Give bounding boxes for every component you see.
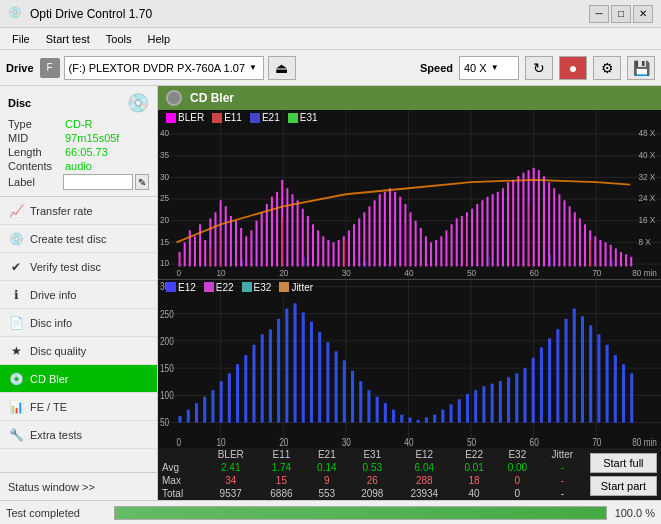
disc-mid-label: MID — [8, 132, 63, 144]
svg-text:20: 20 — [279, 267, 288, 278]
sidebar-item-disc-quality[interactable]: ★ Disc quality — [0, 337, 157, 365]
svg-rect-211 — [499, 381, 502, 422]
disc-panel: Disc 💿 Type CD-R MID 97m15s05f Length 66… — [0, 86, 157, 197]
svg-text:50: 50 — [467, 437, 476, 448]
drive-info-icon: ℹ — [8, 287, 24, 303]
start-part-button[interactable]: Start part — [590, 476, 657, 496]
maximize-button[interactable]: □ — [611, 5, 631, 23]
svg-rect-42 — [204, 240, 206, 266]
svg-rect-177 — [220, 381, 223, 422]
minimize-button[interactable]: ─ — [589, 5, 609, 23]
speed-label: Speed — [420, 62, 453, 74]
svg-rect-213 — [515, 373, 518, 422]
svg-rect-134 — [590, 240, 591, 266]
table-cell-2-1: 6886 — [258, 487, 306, 500]
svg-text:0: 0 — [176, 267, 181, 278]
start-full-button[interactable]: Start full — [590, 453, 657, 473]
action-buttons: Start full Start part — [586, 448, 661, 500]
svg-rect-70 — [348, 230, 350, 266]
svg-rect-94 — [471, 209, 473, 267]
svg-rect-205 — [450, 404, 453, 422]
menu-start-test[interactable]: Start test — [38, 31, 98, 47]
sidebar: Disc 💿 Type CD-R MID 97m15s05f Length 66… — [0, 86, 158, 500]
svg-rect-111 — [558, 194, 560, 266]
legend-e31-color — [288, 113, 298, 123]
disc-label-btn[interactable]: ✎ — [135, 174, 149, 190]
table-cell-1-7: - — [539, 474, 586, 487]
svg-rect-101 — [507, 182, 509, 266]
svg-rect-179 — [236, 364, 239, 422]
svg-rect-182 — [261, 334, 264, 422]
close-button[interactable]: ✕ — [633, 5, 653, 23]
drive-dropdown[interactable]: (F:) PLEXTOR DVDR PX-760A 1.07 ▼ — [64, 56, 264, 80]
svg-rect-140 — [489, 257, 490, 267]
save-button[interactable]: 💾 — [627, 56, 655, 80]
svg-text:48 X: 48 X — [638, 128, 655, 139]
sidebar-item-transfer-rate[interactable]: 📈 Transfer rate — [0, 197, 157, 225]
sidebar-item-fe-te[interactable]: 📊 FE / TE — [0, 393, 157, 421]
svg-rect-172 — [179, 416, 182, 422]
svg-rect-83 — [415, 221, 417, 267]
data-section: BLER E11 E21 E31 E12 E22 E32 Jitter Avg2… — [158, 448, 586, 500]
sidebar-item-disc-info[interactable]: 📄 Disc info — [0, 309, 157, 337]
svg-rect-64 — [317, 230, 319, 266]
col-header-bler: BLER — [204, 448, 258, 461]
sidebar-item-extra-tests[interactable]: 🔧 Extra tests — [0, 421, 157, 449]
table-cell-0-6: 0.00 — [496, 461, 539, 474]
svg-rect-200 — [408, 417, 411, 422]
legend-e22: E22 — [204, 282, 234, 293]
settings-button[interactable]: ⚙ — [593, 56, 621, 80]
svg-text:35: 35 — [160, 150, 169, 161]
legend-e11-color — [212, 113, 222, 123]
svg-rect-207 — [466, 394, 469, 423]
menu-tools[interactable]: Tools — [98, 31, 140, 47]
svg-rect-132 — [467, 216, 468, 267]
svg-rect-131 — [405, 224, 406, 266]
svg-rect-186 — [294, 303, 297, 422]
sidebar-item-verify-test-disc[interactable]: ✔ Verify test disc — [0, 253, 157, 281]
svg-text:40: 40 — [404, 267, 413, 278]
svg-rect-133 — [529, 204, 530, 267]
sidebar-item-create-test-disc[interactable]: 💿 Create test disc — [0, 225, 157, 253]
svg-rect-84 — [420, 228, 422, 267]
speed-dropdown[interactable]: 40 X ▼ — [459, 56, 519, 80]
table-row-label-1: Max — [158, 474, 204, 487]
sidebar-item-cd-bler[interactable]: 💿 CD Bler — [0, 365, 157, 393]
create-test-disc-icon: 💿 — [8, 231, 24, 247]
menu-file[interactable]: File — [4, 31, 38, 47]
svg-rect-136 — [242, 260, 243, 266]
svg-rect-195 — [367, 390, 370, 422]
disc-label-input[interactable] — [63, 174, 133, 190]
disc-button[interactable]: ● — [559, 56, 587, 80]
col-header-jitter: Jitter — [539, 448, 586, 461]
svg-text:8 X: 8 X — [638, 236, 650, 247]
svg-rect-88 — [440, 236, 442, 266]
svg-rect-103 — [517, 176, 519, 266]
eject-button[interactable]: ⏏ — [268, 56, 296, 80]
menu-help[interactable]: Help — [139, 31, 178, 47]
disc-length-label: Length — [8, 146, 63, 158]
svg-rect-129 — [282, 218, 283, 266]
table-cell-2-7: - — [539, 487, 586, 500]
svg-text:16 X: 16 X — [638, 215, 655, 226]
drive-type-icon: F — [40, 58, 60, 78]
disc-type-value: CD-R — [65, 118, 93, 130]
svg-rect-119 — [599, 240, 601, 266]
svg-text:0: 0 — [176, 437, 181, 448]
svg-rect-89 — [445, 230, 447, 266]
status-window-button[interactable]: Status window >> — [0, 472, 157, 500]
svg-rect-58 — [286, 188, 288, 266]
svg-rect-127 — [210, 248, 211, 266]
refresh-button[interactable]: ↻ — [525, 56, 553, 80]
svg-rect-209 — [482, 386, 485, 422]
svg-rect-204 — [441, 409, 444, 422]
svg-rect-66 — [327, 240, 329, 266]
svg-text:60: 60 — [530, 267, 539, 278]
svg-rect-62 — [307, 216, 309, 267]
svg-rect-107 — [538, 170, 540, 266]
svg-rect-92 — [461, 216, 463, 267]
sidebar-item-drive-info[interactable]: ℹ Drive info — [0, 281, 157, 309]
svg-rect-226 — [622, 364, 625, 422]
svg-rect-202 — [425, 417, 428, 422]
window-controls: ─ □ ✕ — [589, 5, 653, 23]
